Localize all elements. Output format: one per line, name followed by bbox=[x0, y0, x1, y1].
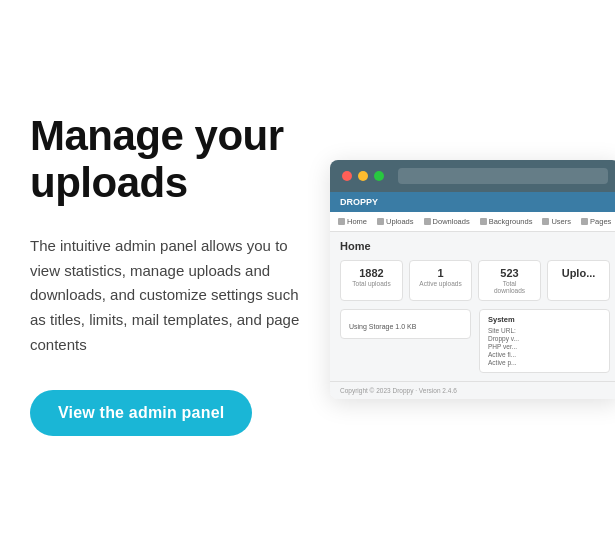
stat-card-active-uploads: 1 Active uploads bbox=[409, 260, 472, 301]
admin-logo: DROPPY bbox=[340, 197, 378, 207]
nav-item-downloads: Downloads bbox=[424, 217, 470, 226]
system-box: System Site URL: Droppy v... PHP ver... … bbox=[479, 309, 610, 373]
stat-number-uploads: 1882 bbox=[349, 267, 394, 279]
pages-icon bbox=[581, 218, 588, 225]
nav-item-pages: Pages bbox=[581, 217, 611, 226]
dot-red bbox=[342, 171, 352, 181]
dot-green bbox=[374, 171, 384, 181]
nav-label-uploads: Uploads bbox=[386, 217, 414, 226]
browser-bar bbox=[330, 160, 615, 192]
stat-number-extra: Uplo... bbox=[556, 267, 601, 279]
system-title: System bbox=[488, 315, 601, 324]
system-item-0: Site URL: bbox=[488, 327, 601, 334]
browser-mockup: DROPPY Home Uploads Downloads bbox=[330, 160, 615, 399]
home-icon bbox=[338, 218, 345, 225]
nav-item-users: Users bbox=[542, 217, 571, 226]
nav-label-backgrounds: Backgrounds bbox=[489, 217, 533, 226]
admin-body: Home 1882 Total uploads 1 Active uploads… bbox=[330, 232, 615, 381]
backgrounds-icon bbox=[480, 218, 487, 225]
stats-row: 1882 Total uploads 1 Active uploads 523 … bbox=[340, 260, 610, 301]
nav-label-users: Users bbox=[551, 217, 571, 226]
storage-box: Using Storage 1.0 KB bbox=[340, 309, 471, 339]
headline: Manage your uploads bbox=[30, 113, 310, 205]
nav-label-downloads: Downloads bbox=[433, 217, 470, 226]
nav-item-uploads: Uploads bbox=[377, 217, 414, 226]
stat-card-downloads: 523 Total downloads bbox=[478, 260, 541, 301]
downloads-icon bbox=[424, 218, 431, 225]
users-icon bbox=[542, 218, 549, 225]
admin-footer: Copyright © 2023 Droppy · Version 2.4.6 bbox=[330, 381, 615, 399]
nav-label-pages: Pages bbox=[590, 217, 611, 226]
left-panel: Manage your uploads The intuitive admin … bbox=[30, 113, 330, 435]
stat-number-active: 1 bbox=[418, 267, 463, 279]
system-item-4: Active p... bbox=[488, 359, 601, 366]
page-container: Manage your uploads The intuitive admin … bbox=[0, 0, 615, 549]
stat-label-downloads: Total downloads bbox=[487, 280, 532, 294]
stat-card-total-uploads: 1882 Total uploads bbox=[340, 260, 403, 301]
nav-item-home: Home bbox=[338, 217, 367, 226]
admin-page-title: Home bbox=[340, 240, 610, 252]
system-item-1: Droppy v... bbox=[488, 335, 601, 342]
storage-system-row: Using Storage 1.0 KB System Site URL: Dr… bbox=[340, 309, 610, 373]
admin-nav: Home Uploads Downloads Backgrounds bbox=[330, 212, 615, 232]
stat-number-downloads: 523 bbox=[487, 267, 532, 279]
storage-label: Using Storage 1.0 KB bbox=[349, 323, 416, 330]
nav-item-backgrounds: Backgrounds bbox=[480, 217, 533, 226]
uploads-icon bbox=[377, 218, 384, 225]
admin-panel-content: DROPPY Home Uploads Downloads bbox=[330, 192, 615, 399]
stat-label-active: Active uploads bbox=[418, 280, 463, 287]
system-item-2: PHP ver... bbox=[488, 343, 601, 350]
right-panel: DROPPY Home Uploads Downloads bbox=[330, 150, 615, 399]
stat-label-uploads: Total uploads bbox=[349, 280, 394, 287]
view-admin-panel-button[interactable]: View the admin panel bbox=[30, 390, 252, 436]
nav-label-home: Home bbox=[347, 217, 367, 226]
dot-yellow bbox=[358, 171, 368, 181]
stat-card-extra: Uplo... bbox=[547, 260, 610, 301]
admin-topbar: DROPPY bbox=[330, 192, 615, 212]
system-item-3: Active fi... bbox=[488, 351, 601, 358]
browser-address-bar bbox=[398, 168, 608, 184]
description: The intuitive admin panel allows you to … bbox=[30, 234, 310, 358]
